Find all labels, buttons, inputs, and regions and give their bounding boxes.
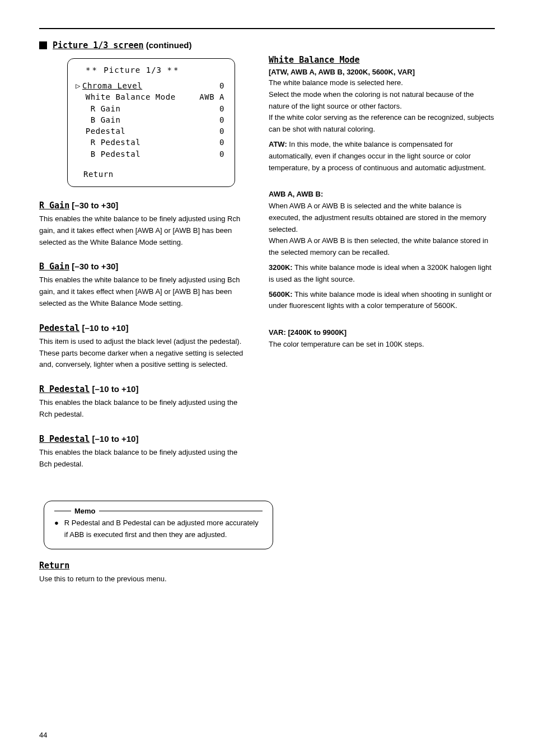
section-title-suffix: (continued) bbox=[144, 40, 192, 50]
item-heading: B Gain [–30 to +30] bbox=[39, 262, 252, 272]
osd-row-label: White Balance Mode bbox=[76, 91, 176, 102]
osd-cursor-icon: ▷ bbox=[76, 80, 81, 91]
memo-text: R Pedestal and B Pedestal can be adjuste… bbox=[64, 517, 263, 541]
osd-row-value: 0 bbox=[219, 125, 224, 137]
item-description: This item is used to adjust the black le… bbox=[39, 336, 252, 371]
osd-row-label: Pedestal bbox=[76, 125, 125, 137]
osd-row-value: AWB A bbox=[199, 91, 224, 102]
sub-item-var: VAR: [2400K to 9900K] The color temperat… bbox=[269, 315, 495, 350]
page-number: 44 bbox=[39, 731, 47, 739]
memo-label: Memo bbox=[71, 507, 99, 515]
osd-return: Return bbox=[83, 170, 224, 179]
item-description: The white balance mode is selected here.… bbox=[269, 77, 495, 136]
item-heading: B Pedestal [–10 to +10] bbox=[39, 434, 252, 444]
osd-row-label: R Pedestal bbox=[76, 137, 140, 148]
return-heading: Return bbox=[39, 561, 252, 571]
item-values: [ATW, AWB A, AWB B, 3200K, 5600K, VAR] bbox=[269, 68, 495, 76]
memo-box: Memo ● R Pedestal and B Pedestal can be … bbox=[44, 501, 273, 549]
osd-row-value: 0 bbox=[219, 114, 224, 125]
osd-row-value: 0 bbox=[219, 137, 224, 148]
sub-item-atw: ATW: In this mode, the white balance is … bbox=[269, 139, 495, 174]
osd-row-label: Chroma Level bbox=[82, 80, 142, 91]
item-heading: R Gain [–30 to +30] bbox=[39, 200, 252, 211]
osd-row-value: 0 bbox=[219, 148, 224, 160]
sub-item-awb: AWB A, AWB B: When AWB A or AWB B is sel… bbox=[269, 177, 495, 259]
osd-row-value: 0 bbox=[219, 80, 224, 91]
osd-menu-box: ** ** Picture 1/3 **Picture 1/3 ** ▷Chro… bbox=[67, 58, 235, 187]
item-heading: R Pedestal [–10 to +10] bbox=[39, 384, 252, 394]
section-title-underline: Picture 1/3 screen bbox=[53, 40, 144, 50]
item-description: This enables the white balance to be fin… bbox=[39, 274, 252, 309]
memo-bullet-icon: ● bbox=[54, 517, 59, 541]
osd-row-label: R Gain bbox=[76, 103, 120, 114]
item-description: This enables the white balance to be fin… bbox=[39, 213, 252, 248]
section-bullet bbox=[39, 41, 47, 49]
sub-item-3200k: 3200K: This white balance mode is ideal … bbox=[269, 262, 495, 286]
item-description: This enables the black balance to be fin… bbox=[39, 447, 252, 470]
return-description: Use this to return to the previous menu. bbox=[39, 573, 252, 585]
osd-row-value: 0 bbox=[219, 103, 224, 114]
osd-row-label: B Gain bbox=[76, 114, 120, 125]
item-heading: Pedestal [–10 to +10] bbox=[39, 323, 252, 333]
section-title: Picture 1/3 screen (continued) bbox=[53, 40, 191, 50]
item-description: This enables the black balance to be fin… bbox=[39, 397, 252, 421]
osd-title: ** ** Picture 1/3 **Picture 1/3 ** bbox=[86, 66, 224, 74]
item-heading: White Balance Mode bbox=[269, 55, 495, 65]
osd-row-label: B Pedestal bbox=[76, 148, 140, 160]
sub-item-5600k: 5600K: This white balance mode is ideal … bbox=[269, 289, 495, 312]
